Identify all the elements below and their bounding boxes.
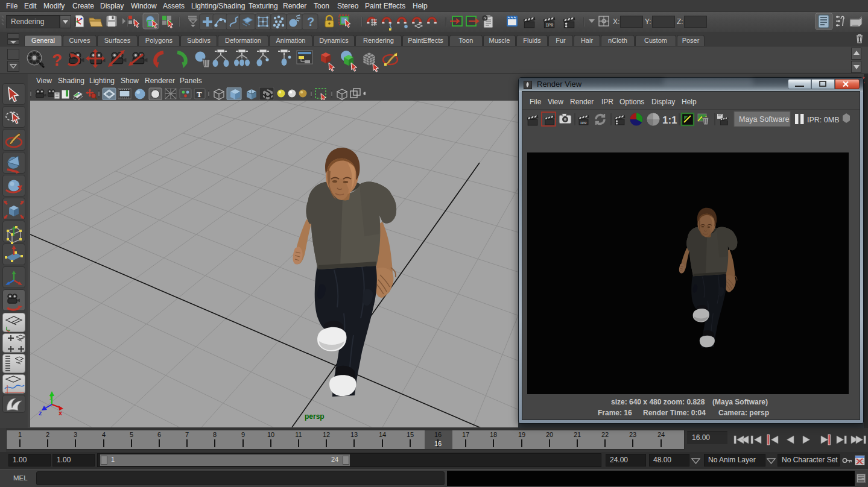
svg-text:z: z (39, 409, 42, 416)
svg-text:T: T (197, 90, 202, 99)
svg-text:?: ? (307, 15, 314, 28)
svg-text:y: y (49, 392, 54, 400)
svg-text:IPR: IPR (580, 121, 587, 125)
svg-text:1:1: 1:1 (662, 115, 677, 126)
svg-text:IPR: 0MB: IPR: 0MB (807, 116, 840, 124)
svg-text:IPR: IPR (546, 23, 554, 28)
svg-text:Maya Software: Maya Software (739, 115, 789, 124)
svg-text:?: ? (52, 51, 62, 69)
svg-text:persp: persp (305, 412, 325, 421)
svg-text:x: x (59, 409, 63, 416)
